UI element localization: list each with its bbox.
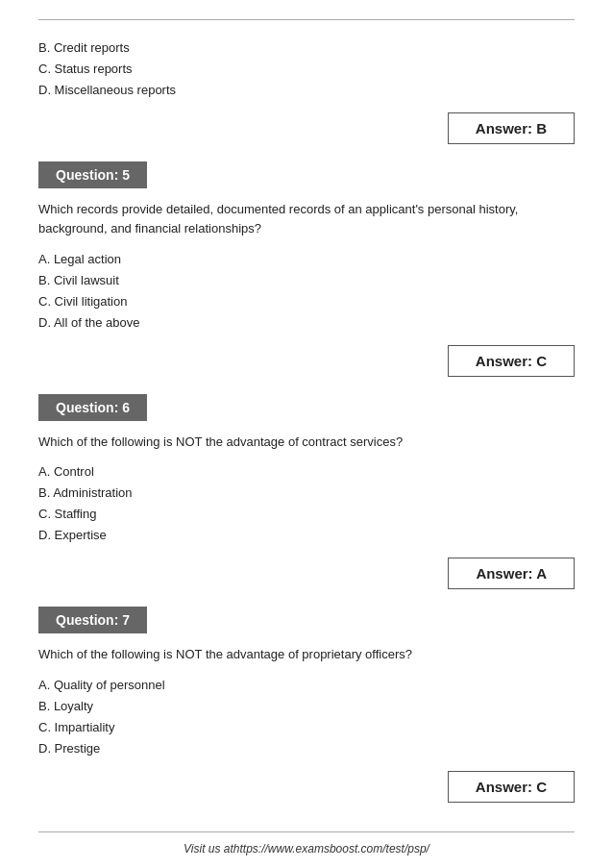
question6-text: Which of the following is NOT the advant… (38, 433, 575, 452)
answer5-row: Answer: C (38, 345, 575, 377)
question7-text: Which of the following is NOT the advant… (38, 645, 575, 664)
intro-option-c: C. Status reports (38, 59, 575, 80)
q7-option-c: C. Impartiality (38, 717, 575, 738)
question5-options: A. Legal action B. Civil lawsuit C. Civi… (38, 249, 575, 334)
q6-option-d: D. Expertise (38, 525, 575, 546)
q6-option-a: A. Control (38, 461, 575, 483)
q7-option-d: D. Prestige (38, 738, 575, 759)
q5-option-a: A. Legal action (38, 249, 575, 270)
intro-option-d: D. Miscellaneous reports (38, 80, 575, 101)
answer6-box: Answer: A (448, 558, 575, 589)
intro-options-list: B. Credit reports C. Status reports D. M… (38, 37, 575, 101)
q5-option-c: C. Civil litigation (38, 291, 575, 312)
top-divider (38, 19, 575, 20)
q5-option-d: D. All of the above (38, 312, 575, 334)
footer: Visit us athttps://www.examsboost.com/te… (38, 831, 575, 856)
q6-option-b: B. Administration (38, 483, 575, 504)
question7-section: Question: 7 Which of the following is NO… (38, 607, 575, 759)
question7-options: A. Quality of personnel B. Loyalty C. Im… (38, 675, 575, 759)
question5-section: Question: 5 Which records provide detail… (38, 161, 575, 334)
question5-text: Which records provide detailed, document… (38, 200, 575, 238)
q5-option-b: B. Civil lawsuit (38, 270, 575, 291)
intro-options: B. Credit reports C. Status reports D. M… (38, 37, 575, 101)
q7-option-a: A. Quality of personnel (38, 675, 575, 696)
answer5-box: Answer: C (448, 345, 575, 377)
footer-text: Visit us athttps://www.examsboost.com/te… (184, 842, 429, 856)
question5-header: Question: 5 (38, 161, 147, 188)
intro-option-b: B. Credit reports (38, 37, 575, 59)
question7-header: Question: 7 (38, 607, 147, 633)
answer7-box: Answer: C (448, 771, 575, 803)
q7-option-b: B. Loyalty (38, 696, 575, 717)
answer4-row: Answer: B (38, 112, 575, 144)
answer4-box: Answer: B (448, 112, 575, 144)
answer6-row: Answer: A (38, 558, 575, 589)
answer7-row: Answer: C (38, 771, 575, 803)
q6-option-c: C. Staffing (38, 504, 575, 525)
question6-section: Question: 6 Which of the following is NO… (38, 394, 575, 547)
question6-header: Question: 6 (38, 394, 147, 421)
question6-options: A. Control B. Administration C. Staffing… (38, 461, 575, 546)
